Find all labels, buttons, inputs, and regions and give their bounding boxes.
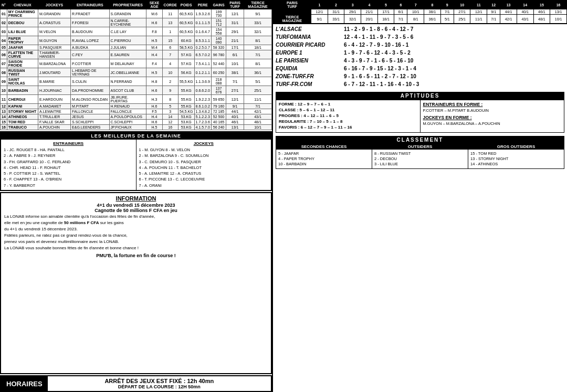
tierce-7: 8/1 bbox=[407, 15, 424, 24]
race-row-9-col-11: 7/1 bbox=[226, 77, 244, 86]
paris-val-1: 12/1 bbox=[311, 9, 328, 15]
info-title: INFORMATION bbox=[4, 195, 268, 202]
race-row-14-col-3: T.TRULLIER bbox=[38, 114, 71, 120]
race-row-16-col-10: 56 240 bbox=[211, 125, 226, 130]
race-row-6-col-12: 7/1 bbox=[244, 50, 271, 59]
race-row-8-col-1: 08 bbox=[1, 68, 7, 77]
table-row: 03LILI BLUEM.VELONB.AUDOUINC.LE LAYF.816… bbox=[1, 27, 272, 36]
trainer-item-2: 2 - A. FABRE 9 - J. REYNIER bbox=[4, 153, 133, 158]
race-row-6-col-10: 96 780 bbox=[211, 50, 226, 59]
horaires-main-text: ARRÊT DES JEUX EST FIXÉ : 12h 40mn bbox=[49, 378, 269, 384]
table-row: 08RUSSIAN TWISTJ.MOUTARDL.HEBARD DE VEYR… bbox=[1, 68, 272, 77]
jockeys-title: JOCKEYS bbox=[139, 141, 269, 146]
race-row-2-col-6: H.6 bbox=[146, 18, 162, 27]
race-row-15-col-11: 46/1 bbox=[226, 120, 244, 125]
paris-val-10: 27/1 bbox=[454, 9, 470, 15]
paris-val-9: 7/1 bbox=[440, 9, 454, 15]
race-row-3-col-8: 60,5.KG bbox=[178, 27, 194, 36]
tip-row-4: EUROPE 11 - 9 - 7 - 6 - 12 - 4 - 3 - 5 -… bbox=[276, 50, 564, 56]
paris-turf-header: PARISTURF bbox=[274, 1, 311, 9]
tip-label-8: TURF-FR.COM bbox=[276, 81, 344, 87]
race-row-16-col-3: A.POUCHIN bbox=[38, 125, 71, 130]
race-row-12-col-1: 12 bbox=[1, 104, 7, 109]
race-row-13-col-9: 1.3.4.8.2 bbox=[194, 109, 211, 114]
horaires-section: HORAIRES ARRÊT DES JEUX EST FIXÉ : 12h 4… bbox=[0, 375, 272, 392]
grid-col-6: 6 bbox=[394, 1, 407, 9]
race-row-7-col-10: 52 440 bbox=[211, 59, 226, 68]
race-row-10-col-4: DA.PROD'HOMME bbox=[71, 86, 110, 95]
paris-val-15: 46/1 bbox=[533, 9, 550, 15]
race-row-11-col-8: 55.KG bbox=[178, 95, 194, 104]
race-row-14-col-2: ATHINEOS bbox=[7, 114, 38, 120]
race-row-13-col-7: 3 bbox=[162, 109, 178, 114]
jockey-item-7: 7 - A. ORANI bbox=[139, 183, 269, 188]
race-row-9-col-9: 1.1.3.6.9 bbox=[194, 77, 211, 86]
race-row-2-col-11: 31/1 bbox=[226, 18, 244, 27]
race-row-5-col-4: A.BUDKA bbox=[71, 45, 110, 50]
race-row-8-col-3: J.MOUTARD bbox=[38, 68, 71, 77]
apt-item-1: FORME : 12 – 9 – 7 – 6 – 1 bbox=[279, 102, 417, 107]
grid-col-8: 8 bbox=[424, 1, 441, 9]
race-row-7-col-11: 10/1 bbox=[226, 59, 244, 68]
race-row-10-col-3: H.JOURNIAC bbox=[38, 86, 71, 95]
class-item-1-3: 10 - BARBADIN bbox=[278, 162, 370, 166]
race-row-6-col-11: 6/1 bbox=[226, 50, 244, 59]
best-content: ENTRAINEURS 1 - JC. ROUGET 8 - HA. PANTA… bbox=[1, 140, 271, 190]
tip-label-3: COURRIER PICARD bbox=[276, 42, 344, 48]
race-row-13-col-6: F.5 bbox=[146, 109, 162, 114]
tierce-5: 18/1 bbox=[377, 15, 394, 24]
class-col-2: OUTSIDERS8 - RUSSIAN TWIST2 - DECBOU3 - … bbox=[372, 144, 468, 168]
tierce-9: 5/1 bbox=[440, 15, 454, 24]
grid-col-15: 15 bbox=[533, 1, 550, 9]
race-row-16-col-4: E&G.LEENDERS bbox=[71, 125, 110, 130]
classement-content: SECONDES CHANCES5 - JAAFAR4 - PAPER TROP… bbox=[276, 144, 564, 169]
race-row-9-col-2: SAINT NICOLAS bbox=[7, 77, 38, 86]
grid-col-10: 10 bbox=[454, 1, 470, 9]
race-row-11-col-5: JB.IRURE. PUERTAS bbox=[109, 95, 146, 104]
tip-label-2: TURFOMANIA bbox=[276, 34, 344, 40]
table-row: 14ATHINEOST.TRULLIERJESUSA.POULOPOULOSH.… bbox=[1, 114, 272, 120]
race-row-10-col-1: 10 bbox=[1, 86, 7, 95]
class-col-title-3: GROS OUTSIDERS bbox=[468, 144, 564, 150]
tierce-8: 36/1 bbox=[424, 15, 441, 24]
race-row-5-col-9: 0.2.5.0.7 bbox=[194, 45, 211, 50]
class-item-2-2: 2 - DECBOU bbox=[374, 156, 466, 161]
table-row: 12KAPANIA.MADAMETM.PITARTH.RENAUDH.6555.… bbox=[1, 104, 272, 109]
col-gains: GAINS bbox=[211, 1, 226, 9]
race-row-1-col-3: M.GRANDIN bbox=[38, 9, 71, 18]
tip-label-7: ZONE-TURF.FR bbox=[276, 73, 344, 79]
race-row-7-col-6: F.4 bbox=[146, 59, 162, 68]
race-row-1-col-2: MY CHARMING PRINCE bbox=[7, 9, 38, 18]
race-row-6-col-1: 06 bbox=[1, 50, 7, 59]
race-row-4-col-5: C.PIERROU bbox=[109, 36, 146, 45]
race-table: N° CHEVAUX JOCKEYS ENTRAINEURS PROPRIETA… bbox=[0, 0, 272, 130]
col-paris-turf: PARIS TURF bbox=[226, 1, 244, 9]
jockeys-en-forme-title: JOCKEYS EN FORME : bbox=[423, 115, 562, 120]
race-row-4-col-9: 8.5.3.1.1 bbox=[194, 36, 211, 45]
race-row-13-col-3: A.LEMAITRE bbox=[38, 109, 71, 114]
race-row-7-col-1: 07 bbox=[1, 59, 7, 68]
race-row-4-col-3: M.GUYON bbox=[38, 36, 71, 45]
col-poids: POIDS bbox=[178, 1, 194, 9]
jockey-item-2: 2 - M. BARZALONA 9 - C. SOUMILLON bbox=[139, 153, 269, 158]
tierce-15: 48/1 bbox=[533, 15, 550, 24]
trainer-item-3: 3 - FH. GRAFFARD 10 - C. FERLAND bbox=[4, 159, 133, 165]
paris-val-12: 9/1 bbox=[487, 9, 500, 15]
race-row-1-col-8: 60,5.KG bbox=[178, 9, 194, 18]
race-row-6-col-7: 7 bbox=[162, 50, 178, 59]
race-row-15-col-7: 12 bbox=[162, 120, 178, 125]
race-row-2-col-4: F.FORESI bbox=[71, 18, 110, 27]
race-row-11-col-12: 11/1 bbox=[244, 95, 271, 104]
tip-label-4: EUROPE 1 bbox=[276, 50, 344, 56]
col-horses: CHEVAUX bbox=[7, 1, 38, 9]
tip-numbers-1: 11 - 2 - 9 - 1 - 8 - 6 - 4 - 12 - 7 bbox=[344, 26, 413, 32]
tierce-10: 25/1 bbox=[454, 15, 470, 24]
grid-col-2: 2 bbox=[328, 1, 344, 9]
race-row-4-col-6: H.5 bbox=[146, 36, 162, 45]
trainer-item-4: 4 - CHR. HEAD 11 - F. ROHAUT bbox=[4, 165, 133, 171]
race-row-14-col-8: 53.KG bbox=[178, 114, 194, 120]
race-row-13-col-12: 42/1 bbox=[244, 109, 271, 114]
class-col-title-2: OUTSIDERS bbox=[372, 144, 468, 150]
tierce-11: 11/1 bbox=[470, 15, 487, 24]
race-row-2-col-2: DECBOU bbox=[7, 18, 38, 27]
